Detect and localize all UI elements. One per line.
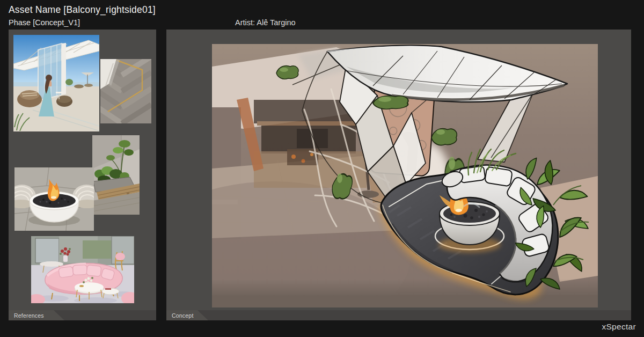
reference-image-pink-sofa[interactable] <box>31 236 134 303</box>
concept-tab-bar: Concept <box>166 310 631 320</box>
presentation-board: Asset Name [Balcony_rightside01] Phase [… <box>0 0 644 337</box>
reference-image-balcony-terrace[interactable] <box>13 35 99 131</box>
tab-concept-label: Concept <box>172 312 194 319</box>
asset-name-label: Asset Name [Balcony_rightside01] <box>9 4 156 16</box>
concept-panel <box>166 30 631 310</box>
reference-image-planter-bench[interactable] <box>92 135 140 215</box>
concept-artwork[interactable] <box>212 44 598 307</box>
fire-bowl-thumbnail <box>14 167 94 231</box>
references-tab-bar: References <box>9 310 156 320</box>
reference-image-fire-bowl[interactable] <box>14 167 94 231</box>
brand-label: xSpectar <box>602 322 636 332</box>
artist-label: Artist: Alê Targino <box>235 18 296 27</box>
concept-illustration <box>212 44 598 307</box>
reference-image-herringbone-floor[interactable] <box>100 59 151 123</box>
herringbone-floor-thumbnail <box>100 59 151 123</box>
balcony-terrace-thumbnail <box>13 35 99 131</box>
planter-bench-thumbnail <box>92 135 140 215</box>
tab-concept[interactable]: Concept <box>166 310 208 320</box>
phase-label: Phase [Concept_V1] <box>9 18 80 27</box>
tab-references[interactable]: References <box>9 310 64 320</box>
references-panel <box>9 30 156 310</box>
pink-sofa-thumbnail <box>31 236 134 303</box>
tab-references-label: References <box>14 312 44 319</box>
